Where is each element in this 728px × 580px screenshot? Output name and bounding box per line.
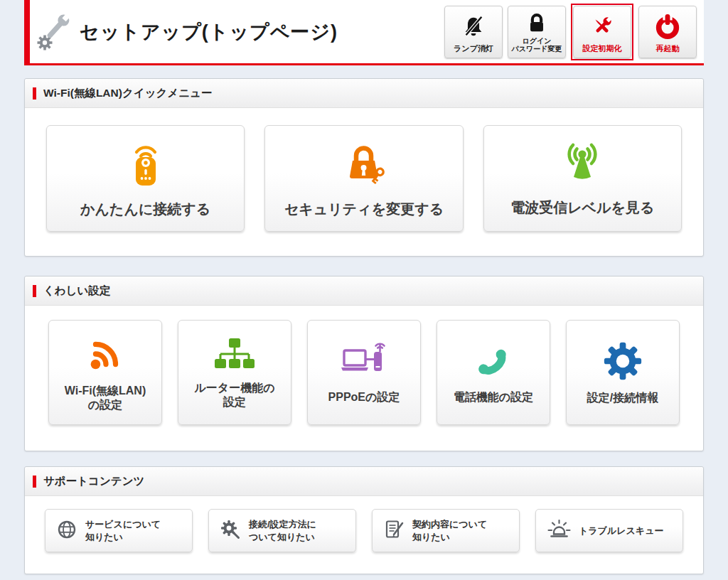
support-body: サービスについて 知りたい [25, 496, 703, 574]
lock-key-icon [340, 138, 388, 191]
button-label: 設定初期化 [583, 44, 622, 53]
network-tree-icon [212, 335, 257, 375]
bell-off-icon [461, 9, 486, 44]
globe-icon [56, 519, 77, 542]
red-marker [33, 476, 36, 488]
button-label: 再起動 [656, 44, 680, 53]
detail-settings-section: くわしい設定 Wi-Fi(無線LAN) の設定 [24, 276, 704, 451]
tile-label: 電話機能の設定 [454, 390, 533, 404]
pppoe-settings-button[interactable]: PPPoEの設定 [307, 320, 421, 425]
tile-label: かんたんに接続する [80, 200, 210, 219]
document-pen-icon [383, 519, 405, 542]
section-header: サポートコンテンツ [25, 467, 703, 496]
siren-icon [547, 519, 571, 542]
button-label: ログイン パスワード変更 [512, 37, 562, 53]
crossed-tools-icon [589, 9, 615, 44]
settings-reset-button[interactable]: 設定初期化 [573, 6, 631, 58]
login-password-change-button[interactable]: ログイン パスワード変更 [508, 6, 566, 58]
section-title: サポートコンテンツ [43, 474, 144, 489]
tile-label: セキュリティを変更する [284, 200, 444, 219]
red-marker [33, 87, 36, 100]
section-title: Wi-Fi(無線LAN)クイックメニュー [43, 86, 212, 101]
button-label: サービスについて 知りたい [85, 518, 161, 543]
trouble-rescue-button[interactable]: トラブルレスキュー [535, 509, 683, 552]
connection-guide-button[interactable]: 接続/設定方法に ついて知りたい [208, 509, 356, 552]
contract-info-button[interactable]: 契約内容について 知りたい [372, 509, 520, 552]
pc-router-icon [338, 340, 390, 384]
wireless-remote-icon [122, 138, 170, 191]
tile-label: ルーター機能の 設定 [194, 381, 274, 409]
gear-wrench-icon [220, 519, 241, 542]
wifi-signal-icon [84, 333, 127, 377]
page-title: セットアップ(トップページ) [80, 19, 338, 45]
tile-label: 電波受信レベルを見る [510, 198, 654, 218]
button-label: 接続/設定方法に ついて知りたい [249, 518, 316, 543]
reboot-button[interactable]: 再起動 [638, 6, 697, 58]
signal-level-button[interactable]: 電波受信レベルを見る [483, 125, 682, 232]
easy-connect-button[interactable]: かんたんに接続する [46, 125, 245, 232]
router-function-button[interactable]: ルーター機能の 設定 [178, 320, 291, 425]
quick-menu-section: Wi-Fi(無線LAN)クイックメニュー [24, 78, 704, 257]
setup-page: セットアップ(トップページ) ランプ消灯 [0, 0, 728, 574]
section-header: Wi-Fi(無線LAN)クイックメニュー [25, 79, 703, 108]
detail-settings-body: Wi-Fi(無線LAN) の設定 ルーター機能の 設定 [25, 306, 703, 451]
section-title: くわしい設定 [43, 284, 110, 299]
quick-menu-body: かんたんに接続する [25, 108, 703, 256]
phone-function-button[interactable]: 電話機能の設定 [437, 320, 550, 425]
button-label: 契約内容について 知りたい [412, 518, 487, 543]
header-title-wrap: セットアップ(トップページ) [36, 11, 338, 53]
wifi-settings-button[interactable]: Wi-Fi(無線LAN) の設定 [48, 320, 162, 425]
change-security-button[interactable]: セキュリティを変更する [264, 125, 463, 232]
button-label: トラブルレスキュー [579, 525, 663, 537]
lamp-off-button[interactable]: ランプ消灯 [444, 6, 503, 58]
red-marker [33, 285, 36, 297]
power-icon [654, 9, 681, 44]
lock-icon [525, 9, 549, 37]
button-label: ランプ消灯 [454, 44, 493, 53]
tile-label: Wi-Fi(無線LAN) の設定 [65, 384, 146, 412]
header: セットアップ(トップページ) ランプ消灯 [24, 0, 704, 65]
phone-icon [473, 340, 514, 384]
tile-label: PPPoEの設定 [328, 390, 400, 404]
section-header: くわしい設定 [25, 276, 703, 306]
tile-label: 設定/接続情報 [587, 391, 658, 405]
config-info-button[interactable]: 設定/接続情報 [566, 320, 680, 425]
highlight-frame: 設定初期化 [571, 4, 633, 60]
gear-icon [601, 340, 644, 385]
header-buttons: ランプ消灯 ログイン パスワード変更 [444, 4, 697, 60]
service-info-button[interactable]: サービスについて 知りたい [45, 509, 193, 552]
antenna-icon [556, 139, 609, 190]
support-section: サポートコンテンツ サービスについて 知りたい [24, 466, 704, 574]
wrench-gear-icon [36, 11, 74, 53]
